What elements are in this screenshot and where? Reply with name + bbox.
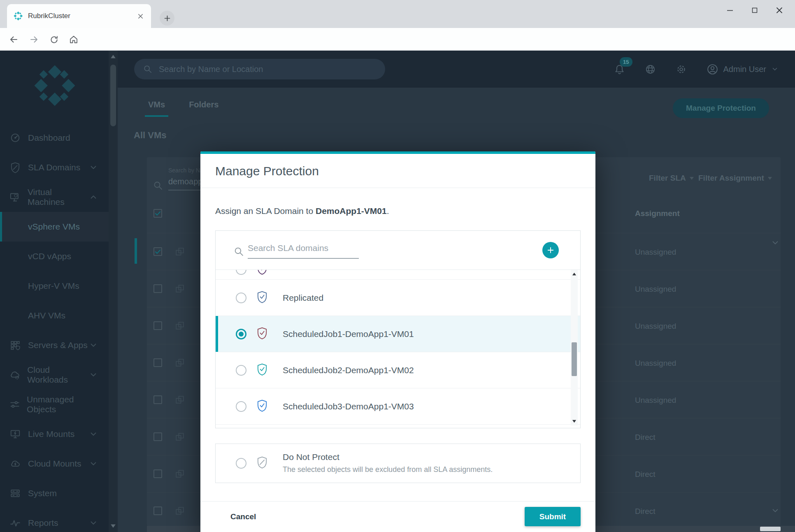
cloud-gear-icon — [9, 369, 21, 381]
scroll-down-arrow-icon[interactable] — [572, 419, 576, 423]
gear-icon[interactable] — [676, 64, 687, 75]
sidebar-item-label: Live Mounts — [28, 429, 74, 439]
sidebar-item-cloud-mounts[interactable]: Cloud Mounts — [0, 449, 109, 479]
filter-assignment-label: Filter Assignment — [698, 174, 764, 183]
row-checkbox[interactable] — [153, 284, 162, 293]
notifications-button[interactable]: 15 — [614, 64, 625, 75]
global-search[interactable] — [134, 59, 385, 79]
sidebar-item-servers-apps[interactable]: Servers & Apps — [0, 330, 109, 360]
sidebar-item-virtual-machines[interactable]: Virtual Machines — [0, 182, 109, 212]
window-close-button[interactable] — [767, 1, 792, 19]
sidebar-item-reports[interactable]: Reports — [0, 508, 109, 532]
radio-unselected[interactable] — [236, 458, 246, 469]
sidebar-item-label: SLA Domains — [28, 163, 80, 172]
select-all-checkbox[interactable] — [153, 209, 162, 218]
sidebar-item-hyperv-vms[interactable]: Hyper-V VMs — [0, 271, 109, 301]
row-checkbox[interactable] — [153, 432, 162, 441]
radio-selected[interactable] — [236, 329, 246, 339]
filter-sla-dropdown[interactable]: Filter SLA — [649, 174, 694, 183]
chevron-down-icon[interactable] — [771, 238, 780, 247]
sla-option-scheduledjob1[interactable]: ScheduledJob1-DemoApp1-VM01 — [216, 316, 580, 352]
sla-search-input[interactable] — [248, 243, 359, 259]
row-checkbox[interactable] — [153, 358, 162, 367]
tab-vms[interactable]: VMs — [148, 100, 165, 117]
plus-icon — [163, 14, 171, 22]
sidebar-item-label: Reports — [28, 518, 58, 528]
sla-option-scheduledjob3[interactable]: ScheduledJob3-DemoApp1-VM03 — [216, 388, 580, 425]
rubrik-logo-icon — [34, 65, 75, 107]
filter-assignment-dropdown[interactable]: Filter Assignment — [698, 174, 772, 183]
sidebar-item-unmanaged-objects[interactable]: Unmanaged Objects — [0, 390, 109, 419]
scrollbar-thumb[interactable] — [572, 342, 577, 376]
sidebar-item-label: Hyper-V VMs — [28, 281, 79, 291]
global-search-input[interactable] — [158, 64, 356, 74]
tab-folders[interactable]: Folders — [189, 100, 219, 117]
tab-close-icon[interactable] — [137, 12, 144, 20]
shield-slash-icon — [257, 456, 267, 469]
new-tab-button[interactable] — [160, 11, 174, 26]
sidebar-item-dashboard[interactable]: Dashboard — [0, 123, 109, 153]
page-tabs: VMs Folders — [148, 100, 219, 117]
chevron-down-icon — [89, 341, 98, 350]
home-button[interactable] — [65, 31, 82, 48]
browser-tab-title: RubrikCluster — [28, 12, 137, 20]
sidebar-item-vsphere-vms[interactable]: vSphere VMs — [0, 212, 109, 242]
sla-option-replicated[interactable]: Replicated — [216, 280, 580, 316]
window-minimize-button[interactable] — [718, 1, 742, 19]
sidebar-item-live-mounts[interactable]: Live Mounts — [0, 419, 109, 449]
back-button[interactable] — [5, 31, 22, 48]
caret-down-icon — [767, 176, 772, 181]
user-menu[interactable]: Admin User — [707, 63, 779, 75]
browser-tab[interactable]: RubrikCluster — [7, 4, 151, 28]
sidebar-item-sla-domains[interactable]: SLA Domains — [0, 153, 109, 182]
globe-icon[interactable] — [645, 64, 656, 75]
sidebar-item-vcd-vapps[interactable]: vCD vApps — [0, 242, 109, 271]
reload-button[interactable] — [46, 31, 62, 48]
sidebar-item-cloud-workloads[interactable]: Cloud Workloads — [0, 360, 109, 390]
sidebar-item-system[interactable]: System — [0, 479, 109, 508]
add-sla-domain-button[interactable] — [542, 242, 559, 258]
app-vertical-scrollbar[interactable] — [109, 51, 118, 532]
scrollbar-thumb[interactable] — [760, 527, 781, 531]
radio-unselected[interactable] — [236, 365, 246, 376]
forward-button[interactable] — [26, 31, 42, 48]
sla-list-scrollbar[interactable] — [571, 270, 578, 425]
sla-option-clipped[interactable] — [216, 270, 580, 280]
sidebar: Dashboard SLA Domains Virtual Machines v… — [0, 51, 109, 532]
cancel-button[interactable]: Cancel — [230, 507, 256, 526]
assign-suffix: . — [387, 206, 389, 216]
sla-option-scheduledjob2[interactable]: ScheduledJob2-DemoApp1-VM02 — [216, 352, 580, 388]
window-maximize-button[interactable] — [742, 1, 767, 19]
vm-icon — [175, 358, 185, 368]
shield-icon — [9, 162, 21, 173]
row-checkbox[interactable] — [153, 395, 162, 404]
scroll-up-arrow-icon[interactable] — [110, 54, 116, 60]
browser-toolbar: Not secure https://192.168.1.201/web/bin… — [0, 28, 795, 51]
submit-button[interactable]: Submit — [525, 507, 581, 526]
scroll-up-arrow-icon[interactable] — [572, 272, 576, 276]
sidebar-item-label: vSphere VMs — [28, 222, 80, 232]
radio-unselected[interactable] — [236, 401, 246, 412]
do-not-protect-option[interactable]: Do Not Protect The selected objects will… — [215, 444, 581, 483]
chevron-down-icon[interactable] — [771, 506, 780, 515]
radio-unselected[interactable] — [236, 293, 246, 303]
row-checkbox[interactable] — [153, 469, 162, 478]
row-checkbox[interactable] — [153, 321, 162, 330]
sidebar-nav: Dashboard SLA Domains Virtual Machines v… — [0, 123, 109, 532]
plus-icon — [546, 246, 555, 254]
assignment-value: Direct — [635, 433, 656, 442]
row-checkbox[interactable] — [153, 247, 162, 256]
sidebar-item-label: vCD vApps — [28, 251, 71, 261]
scrollbar-thumb[interactable] — [110, 65, 116, 126]
assign-sla-text: Assign an SLA Domain to DemoApp1-VM01. — [215, 206, 389, 216]
row-checkbox[interactable] — [153, 506, 162, 515]
sidebar-item-ahv-vms[interactable]: AHV VMs — [0, 301, 109, 330]
scroll-down-arrow-icon[interactable] — [110, 523, 116, 529]
chevron-down-icon — [89, 430, 98, 439]
sidebar-item-label: Servers & Apps — [28, 340, 88, 350]
vm-icon — [175, 469, 185, 479]
manage-protection-button[interactable]: Manage Protection — [673, 98, 769, 118]
radio-unselected[interactable] — [236, 270, 246, 275]
assignment-value: Unassigned — [635, 359, 676, 368]
chevron-down-icon — [89, 518, 98, 527]
